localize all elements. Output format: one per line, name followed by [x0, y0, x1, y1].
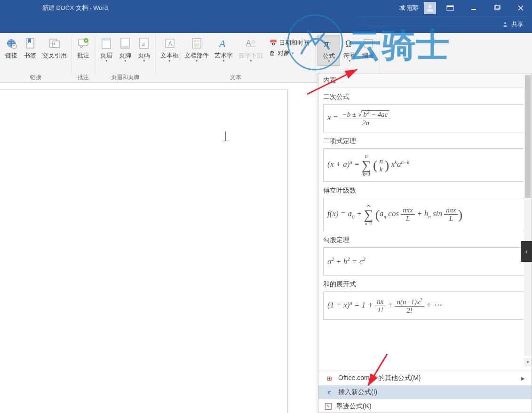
side-collapse-tab[interactable]: ‹ — [521, 241, 532, 262]
svg-point-8 — [504, 22, 506, 24]
bookmark-icon — [24, 37, 37, 50]
svg-text:Ω: Ω — [345, 39, 351, 49]
ribbon-group-header-footer: 页眉 ▾ 页脚 ▾ # 页码 ▾ 页眉和页脚 — [95, 33, 155, 82]
svg-text:#: # — [142, 42, 145, 48]
hyperlink-icon — [5, 37, 18, 50]
equation-item-binomial[interactable]: (x + a)n = n∑k=0 (nk) xkan−k — [323, 148, 527, 182]
maximize-button[interactable] — [488, 2, 507, 14]
svg-point-0 — [429, 5, 432, 8]
svg-rect-18 — [102, 38, 111, 40]
svg-text:A: A — [246, 39, 251, 47]
ribbon-group-links: 链接 书签 交叉引用 链接 — [0, 33, 71, 82]
drop-cap-button[interactable]: A 首字下沉 ▾ — [236, 35, 266, 65]
object-button[interactable]: 🗎 对象 ▾ — [268, 48, 311, 58]
ink-equation[interactable]: ✎ 墨迹公式(K) — [318, 399, 532, 413]
equation-item-title: 二项式定理 — [323, 137, 527, 146]
user-avatar-icon[interactable] — [424, 2, 436, 14]
equation-item-title: 二次公式 — [323, 93, 527, 101]
ink-icon: ✎ — [325, 403, 332, 410]
symbol-button[interactable]: Ω 符号 ▾ — [340, 35, 359, 65]
page-number-button[interactable]: # 页码 ▾ — [135, 35, 153, 65]
svg-text:A: A — [218, 38, 226, 49]
equation-item-title: 傅立叶级数 — [323, 186, 527, 195]
window-title: 新建 DOCX 文档 - Word — [42, 4, 108, 12]
chevron-down-icon: ▾ — [349, 58, 351, 63]
date-time-icon: 📅 — [270, 40, 277, 47]
symbol-icon: Ω — [343, 37, 356, 50]
footer-button[interactable]: 页脚 ▾ — [116, 35, 135, 65]
number-icon — [362, 37, 375, 50]
equation-icon: π — [322, 37, 335, 50]
ribbon-group-comments: 批注 批注 — [72, 33, 95, 82]
number-button[interactable]: 编号 — [359, 35, 378, 61]
chevron-down-icon: ▾ — [124, 58, 127, 63]
user-name: 城 冠嘻 — [399, 4, 419, 12]
chevron-down-icon: ▾ — [143, 58, 145, 63]
ribbon-group-text: A 文本框 ▾ 文档部件 ▾ A 艺术字 ▾ A 首字下沉 ▾ 📅 — [156, 33, 315, 82]
drop-cap-icon: A — [244, 37, 257, 50]
close-button[interactable] — [511, 2, 530, 14]
header-icon — [100, 37, 113, 50]
share-label: 共享 — [511, 20, 524, 29]
object-icon: 🗎 — [270, 50, 276, 57]
pi-icon: π — [325, 388, 333, 397]
equation-panel-header: 内置 — [318, 73, 532, 88]
chevron-down-icon: ▾ — [105, 58, 108, 63]
hyperlink-button[interactable]: 链接 — [2, 35, 21, 61]
titlebar: 新建 DOCX 文档 - Word 城 冠嘻 — [0, 0, 532, 16]
svg-rect-28 — [194, 43, 199, 47]
equation-item-pythagorean[interactable]: a2 + b2 = c2 — [323, 247, 527, 275]
equation-item-title: 和的展开式 — [323, 280, 527, 289]
chevron-down-icon: ▾ — [168, 58, 171, 63]
comment-button[interactable]: 批注 — [74, 35, 93, 61]
chevron-right-icon: ▶ — [521, 376, 525, 381]
page-number-icon: # — [137, 37, 151, 50]
chevron-down-icon: ▾ — [222, 58, 225, 63]
bookmark-button[interactable]: 书签 — [21, 35, 40, 61]
equation-panel-scrollbar[interactable] — [524, 74, 532, 356]
quick-parts-button[interactable]: 文档部件 ▾ — [182, 35, 212, 65]
comment-icon — [77, 37, 90, 50]
footer-icon — [119, 37, 132, 50]
ribbon-top-bar: 共享 — [0, 16, 532, 33]
text-cursor — [225, 131, 226, 141]
equation-dropdown-panel: 内置 二次公式 x = −b ± √b2 − 4ac2a 二项式定理 (x + … — [318, 73, 532, 413]
textbox-button[interactable]: A 文本框 ▾ — [158, 35, 182, 65]
svg-rect-26 — [194, 40, 196, 42]
svg-text:π: π — [324, 39, 329, 49]
svg-rect-36 — [364, 40, 373, 47]
equation-item-expansion[interactable]: (1 + x)n = 1 + nx1! + n(n−1)x22! + ⋯ — [323, 292, 527, 320]
ribbon-display-button[interactable] — [441, 2, 460, 14]
minimize-button[interactable] — [464, 2, 483, 14]
equation-item-title: 勾股定理 — [323, 236, 527, 244]
equation-panel-footer: ⊞ Office.com 中的其他公式(M) ▶ π 插入新公式(I) ✎ 墨迹… — [318, 371, 532, 413]
svg-rect-20 — [121, 46, 129, 49]
equation-item-quadratic[interactable]: x = −b ± √b2 − 4ac2a — [323, 104, 527, 132]
quick-parts-icon — [190, 37, 203, 50]
equation-item-fourier[interactable]: f(x) = a0 + ∞∑n=1 (an cos nπxL + bn sin … — [323, 198, 527, 231]
office-more-equations[interactable]: ⊞ Office.com 中的其他公式(M) ▶ — [318, 371, 532, 385]
svg-text:A: A — [168, 40, 172, 47]
insert-new-equation[interactable]: π 插入新公式(I) — [318, 385, 532, 399]
share-button[interactable]: 共享 — [502, 20, 524, 29]
office-icon: ⊞ — [325, 374, 333, 382]
chevron-left-icon: ‹ — [525, 248, 528, 255]
svg-rect-14 — [53, 41, 59, 48]
header-button[interactable]: 页眉 ▾ — [97, 35, 116, 65]
scroll-down-icon[interactable]: ▼ — [524, 358, 532, 366]
wordart-button[interactable]: A 艺术字 ▾ — [212, 35, 236, 65]
svg-rect-2 — [447, 6, 453, 7]
wordart-icon: A — [217, 37, 230, 50]
chevron-down-icon: ▾ — [196, 58, 198, 63]
svg-point-11 — [12, 44, 16, 49]
cross-reference-icon — [48, 37, 61, 50]
textbox-icon: A — [163, 37, 176, 50]
equation-button[interactable]: π 公式 ▾ — [318, 35, 340, 66]
document-canvas[interactable] — [0, 89, 288, 413]
chevron-down-icon: ▾ — [328, 59, 330, 64]
chevron-down-icon: ▾ — [250, 58, 252, 63]
cross-reference-button[interactable]: 交叉引用 — [40, 35, 70, 61]
date-time-button[interactable]: 📅 日期和时间 — [268, 38, 311, 48]
svg-rect-27 — [197, 40, 199, 42]
